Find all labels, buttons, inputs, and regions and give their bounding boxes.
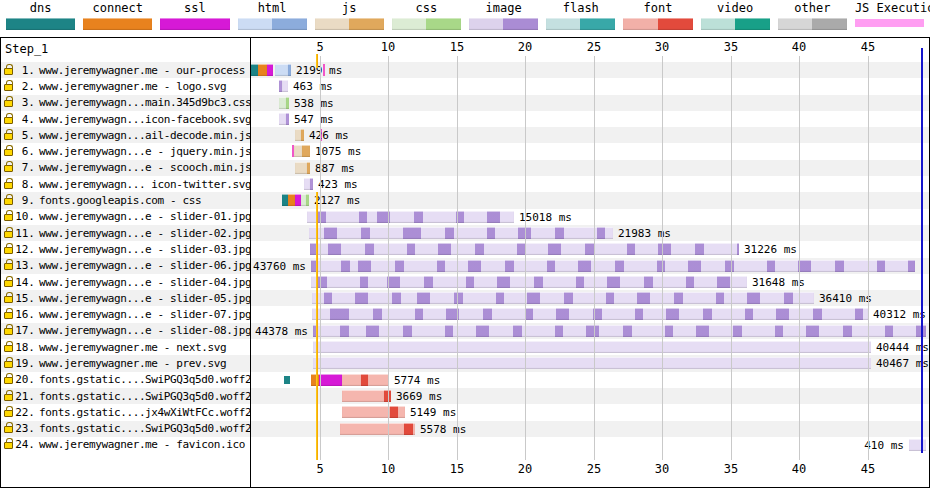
request-row-3[interactable]: 3.www.jeremywagn...main.345d9bc3.css	[1, 95, 250, 111]
waterfall-row-3[interactable]: 538 ms	[251, 95, 929, 111]
request-duration-label: 463 ms	[293, 80, 333, 93]
axis-tick-label: 20	[518, 40, 532, 54]
legend-item-html: html	[234, 1, 311, 37]
axis-tick-label: 10	[381, 40, 395, 54]
request-bar-segment-imgd	[310, 178, 313, 190]
waterfall-row-19[interactable]: 40467 ms	[251, 355, 929, 371]
request-url: www.jeremywagn...e - slider-01.jpg	[39, 210, 250, 223]
secure-lock-icon	[4, 442, 13, 449]
legend-item-video: video	[697, 1, 774, 37]
legend-item-dns: dns	[2, 1, 79, 37]
request-bar-segment-connect	[258, 64, 267, 76]
request-bar-segment-fontl	[342, 374, 361, 386]
waterfall-row-24[interactable]: 410 ms	[251, 437, 929, 453]
request-duration-label: 43760 ms	[253, 260, 306, 273]
waterfall-row-23[interactable]: 5578 ms	[251, 421, 929, 437]
request-row-22[interactable]: 22.fonts.gstatic....jx4wXiWtFCc.woff2	[1, 404, 250, 420]
request-row-20[interactable]: 20.fonts.gstatic....SwiPGQ3q5d0.woff2	[1, 372, 250, 388]
request-row-18[interactable]: 18.www.jeremywagner.me - next.svg	[1, 339, 250, 355]
legend-item-image: image	[465, 1, 542, 37]
request-row-11[interactable]: 11.www.jeremywagn...e - slider-02.jpg	[1, 225, 250, 241]
request-row-1[interactable]: 1.www.jeremywagner.me - our-process	[1, 62, 250, 78]
request-row-13[interactable]: 13.www.jeremywagn...e - slider-06.jpg	[1, 258, 250, 274]
document-complete-line	[921, 48, 923, 453]
request-row-7[interactable]: 7.www.jeremywagn...e - scooch.min.js	[1, 160, 250, 176]
legend-item-font: font	[619, 1, 696, 37]
waterfall-row-2[interactable]: 463 ms	[251, 78, 929, 94]
axis-tick-label: 45	[861, 462, 875, 476]
secure-lock-icon	[4, 426, 13, 433]
requests-panel: Step_1 1.www.jeremywagner.me - our-proce…	[1, 38, 251, 487]
request-url: www.jeremywagner.me - prev.svg	[39, 357, 226, 370]
request-bar-segment-cssd	[306, 194, 309, 206]
request-url: www.jeremywagn...e - slider-02.jpg	[39, 227, 250, 240]
waterfall-row-14[interactable]: 31648 ms	[251, 274, 929, 290]
waterfall-row-9[interactable]: 2127 ms	[251, 192, 929, 208]
axis-tick-label: 20	[518, 462, 532, 476]
request-number: 24.	[13, 438, 35, 451]
request-row-5[interactable]: 5.www.jeremywagn...ail-decode.min.js	[1, 127, 250, 143]
request-duration-label: 31226 ms	[744, 243, 797, 256]
request-duration-label: 3669 ms	[396, 390, 442, 403]
request-row-6[interactable]: 6.www.jeremywagn...e - jquery.min.js	[1, 143, 250, 159]
secure-lock-icon	[4, 296, 13, 303]
secure-lock-icon	[4, 149, 13, 156]
gridline	[662, 56, 663, 460]
request-row-2[interactable]: 2.www.jeremywagner.me - logo.svg	[1, 78, 250, 94]
waterfall-row-4[interactable]: 547 ms	[251, 111, 929, 127]
waterfall-row-22[interactable]: 5149 ms	[251, 404, 929, 420]
request-number: 19.	[13, 357, 35, 370]
request-duration-label: 15018 ms	[519, 211, 572, 224]
request-row-19[interactable]: 19.www.jeremywagner.me - prev.svg	[1, 355, 250, 371]
secure-lock-icon	[4, 133, 13, 140]
request-number: 9.	[13, 194, 35, 207]
waterfall-row-16[interactable]: 40312 ms	[251, 306, 929, 322]
legend-swatch	[701, 18, 770, 30]
request-bar-segment-connect	[288, 194, 295, 206]
secure-lock-icon	[4, 198, 13, 205]
request-row-21[interactable]: 21.fonts.gstatic....SwiPGQ3q5d0.woff2	[1, 388, 250, 404]
waterfall-row-11[interactable]: 21983 ms	[251, 225, 929, 241]
gridline	[594, 56, 595, 460]
waterfall-row-15[interactable]: 36410 ms	[251, 290, 929, 306]
legend-swatch	[83, 18, 152, 30]
waterfall-row-13[interactable]: 43760 ms	[251, 258, 929, 274]
request-row-12[interactable]: 12.www.jeremywagn...e - slider-03.jpg	[1, 241, 250, 257]
waterfall-row-5[interactable]: 426 ms	[251, 127, 929, 143]
waterfall-row-21[interactable]: 3669 ms	[251, 388, 929, 404]
request-number: 12.	[13, 243, 35, 256]
waterfall-row-7[interactable]: 887 ms	[251, 160, 929, 176]
request-row-16[interactable]: 16.www.jeremywagn...e - slider-07.jpg	[1, 306, 250, 322]
waterfall-row-10[interactable]: 15018 ms	[251, 209, 929, 225]
waterfall-row-8[interactable]: 423 ms	[251, 176, 929, 192]
request-row-15[interactable]: 15.www.jeremywagn...e - slider-05.jpg	[1, 290, 250, 306]
request-row-10[interactable]: 10.www.jeremywagn...e - slider-01.jpg	[1, 209, 250, 225]
request-bar-segment-chunks	[312, 308, 868, 320]
waterfall-row-1[interactable]: 2199 ms	[251, 62, 929, 78]
request-bar-segment-chunks	[313, 325, 926, 337]
request-url: www.jeremywagn...main.345d9bc3.css	[39, 96, 250, 109]
legend-label: connect	[83, 1, 152, 16]
waterfall-row-12[interactable]: 31226 ms	[251, 241, 929, 257]
secure-lock-icon	[4, 182, 13, 189]
request-bar-segment-chunks	[307, 211, 514, 223]
legend-label: video	[701, 1, 770, 16]
request-row-8[interactable]: 8.www.jeremywagn... icon-twitter.svg	[1, 176, 250, 192]
waterfall-row-6[interactable]: 1075 ms	[251, 143, 929, 159]
request-row-14[interactable]: 14.www.jeremywagn...e - slider-04.jpg	[1, 274, 250, 290]
request-row-17[interactable]: 17.www.jeremywagn...e - slider-08.jpg	[1, 323, 250, 339]
waterfall-row-18[interactable]: 40444 ms	[251, 339, 929, 355]
legend-label: JS Execution	[855, 1, 924, 16]
waterfall-row-17[interactable]: 44378 ms	[251, 323, 929, 339]
request-row-24[interactable]: 24.www.jeremywagner.me - favicon.ico	[1, 437, 250, 453]
request-row-23[interactable]: 23.fonts.gstatic....SwiPGQ3q5d0.woff2	[1, 421, 250, 437]
request-bar-segment-ssl	[319, 374, 342, 386]
request-row-4[interactable]: 4.www.jeremywagn...icon-facebook.svg	[1, 111, 250, 127]
legend-swatch	[469, 18, 538, 30]
request-url: www.jeremywagn...e - slider-05.jpg	[39, 292, 250, 305]
request-row-9[interactable]: 9.fonts.googleapis.com - css	[1, 192, 250, 208]
request-bar-segment-fontd	[390, 406, 398, 418]
request-bar-segment-jsl	[294, 145, 302, 157]
legend-item-js: js	[311, 1, 388, 37]
waterfall-row-20[interactable]: 5774 ms	[251, 372, 929, 388]
